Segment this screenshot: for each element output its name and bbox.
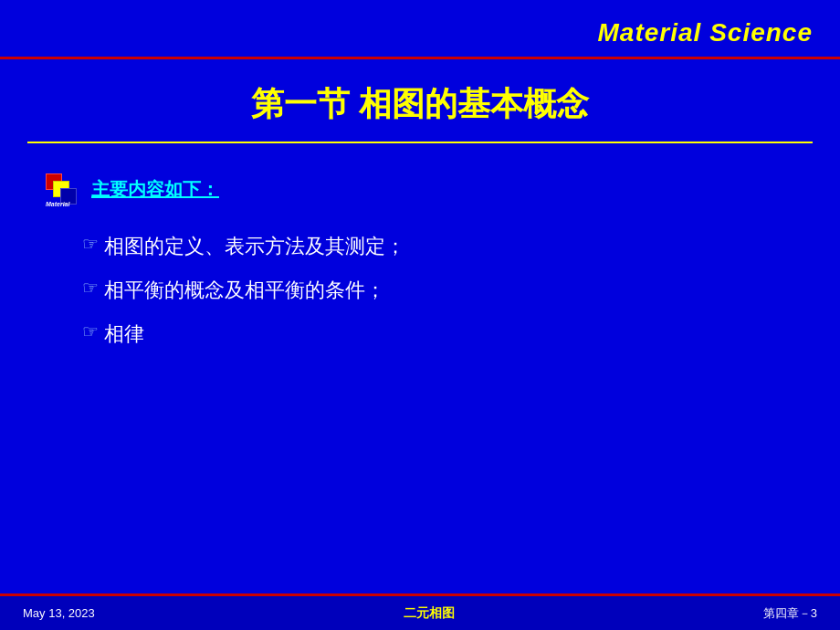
main-title: 第一节 相图的基本概念 (0, 68, 840, 141)
top-red-line (0, 57, 840, 59)
footer-date: May 13, 2023 (23, 606, 95, 620)
footer-bar: May 13, 2023 二元相图 第四章－3 (0, 593, 840, 630)
slide-container: Material Science 第一节 相图的基本概念 Material 主要… (0, 0, 840, 630)
section-header-text: 主要内容如下： (91, 177, 219, 202)
footer-page-info: 第四章－3 (763, 605, 817, 622)
bullet-list: ☞ 相图的定义、表示方法及其测定； ☞ 相平衡的概念及相平衡的条件； ☞ 相律 (82, 233, 794, 348)
list-item: ☞ 相律 (82, 320, 794, 348)
footer-center-text: 二元相图 (404, 605, 455, 622)
material-icon: Material (46, 173, 82, 205)
title-underline (27, 142, 813, 143)
bullet-icon-2: ☞ (82, 277, 99, 299)
bullet-text-2: 相平衡的概念及相平衡的条件； (104, 277, 385, 304)
list-item: ☞ 相图的定义、表示方法及其测定； (82, 233, 794, 260)
bullet-icon-3: ☞ (82, 320, 99, 342)
icon-label-text: Material (46, 201, 69, 207)
content-area: Material 主要内容如下： ☞ 相图的定义、表示方法及其测定； ☞ 相平衡… (46, 160, 794, 364)
list-item: ☞ 相平衡的概念及相平衡的条件； (82, 277, 794, 304)
section-header: Material 主要内容如下： (46, 173, 794, 205)
brand-title: Material Science (598, 18, 813, 47)
bullet-text-3: 相律 (104, 320, 144, 348)
bullet-text-1: 相图的定义、表示方法及其测定； (104, 233, 405, 260)
bullet-icon-1: ☞ (82, 233, 99, 255)
